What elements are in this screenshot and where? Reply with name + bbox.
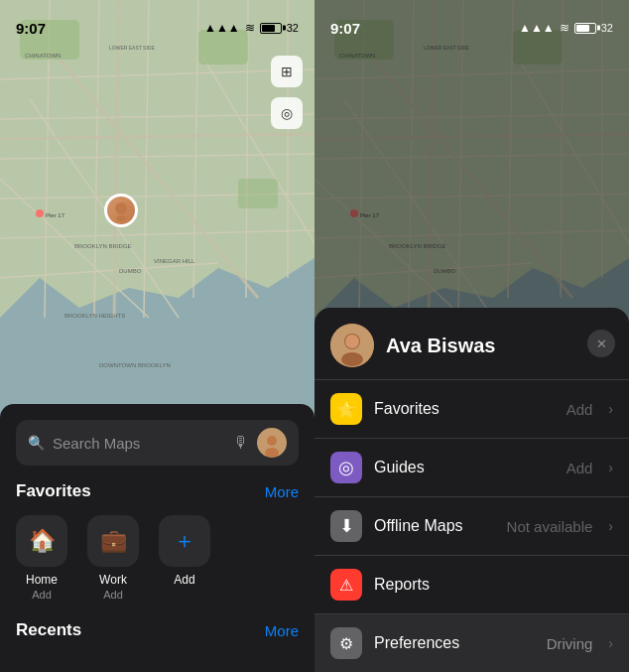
favorites-menu-label: Favorites — [374, 400, 440, 418]
guides-menu-label: Guides — [374, 459, 425, 476]
svg-text:VINEGAR HILL: VINEGAR HILL — [154, 258, 195, 264]
favorites-menu-value: Add — [566, 401, 593, 418]
svg-text:DUMBO: DUMBO — [119, 268, 142, 274]
svg-point-34 — [267, 436, 277, 446]
status-bar-left: 9:07 ▲▲▲ ≋ 32 — [0, 0, 314, 44]
layers-button[interactable]: ⊞ — [271, 56, 303, 87]
guides-menu-icon: ◎ — [330, 452, 362, 483]
home-label: Home — [26, 573, 58, 587]
status-time-right: 9:07 — [330, 20, 360, 37]
work-label: Work — [99, 573, 127, 587]
offline-maps-menu-item[interactable]: ⬇ Offline Maps Not available › — [314, 496, 629, 555]
svg-point-66 — [341, 352, 363, 366]
offline-maps-icon: ⬇ — [330, 510, 362, 542]
signal-icon-right: ▲▲▲ — [519, 21, 555, 35]
preferences-value: Driving — [547, 635, 593, 652]
user-name: Ava Biswas — [386, 335, 495, 357]
menu-list: ⭐ Favorites Add › ◎ Guides Add › ⬇ Offli… — [314, 379, 629, 672]
reports-menu-item[interactable]: ⚠ Reports — [314, 555, 629, 613]
battery-icon-left — [260, 23, 282, 34]
svg-rect-22 — [238, 179, 278, 208]
bottom-sheet-left: 🔍 Search Maps 🎙 Favorites More 🏠 Home Ad… — [0, 404, 314, 672]
recents-header: Recents More — [16, 620, 299, 640]
offline-maps-label: Offline Maps — [374, 517, 463, 535]
close-button[interactable]: ✕ — [587, 330, 615, 357]
work-sublabel: Add — [103, 589, 123, 601]
right-phone-panel: CHINATOWN LOWER EAST SIDE BROOKLYN BRIDG… — [314, 0, 629, 672]
guides-menu-item[interactable]: ◎ Guides Add › — [314, 438, 629, 496]
offline-maps-chevron: › — [608, 518, 613, 534]
map-background: CHINATOWN LOWER EAST SIDE BROOKLYN BRIDG… — [0, 0, 314, 427]
user-menu: Ava Biswas ✕ ⭐ Favorites Add › ◎ Guides … — [314, 308, 629, 672]
user-menu-header: Ava Biswas ✕ — [314, 308, 629, 379]
battery-level-right: 32 — [601, 22, 613, 34]
svg-text:BROOKLYN HEIGHTS: BROOKLYN HEIGHTS — [64, 313, 125, 319]
svg-point-32 — [115, 202, 127, 214]
add-label: Add — [174, 573, 194, 587]
user-avatar-small[interactable] — [257, 428, 287, 458]
home-sublabel: Add — [32, 589, 52, 601]
preferences-label: Preferences — [374, 634, 459, 652]
wifi-icon-left: ≋ — [245, 21, 255, 35]
compass-button[interactable]: ◎ — [271, 97, 303, 129]
guides-menu-value: Add — [566, 460, 593, 476]
add-action[interactable]: ＋ Add — [159, 515, 210, 601]
status-bar-right: 9:07 ▲▲▲ ≋ 32 — [314, 0, 629, 44]
svg-point-30 — [36, 209, 44, 217]
user-location-pin — [104, 194, 138, 227]
svg-point-33 — [116, 215, 126, 221]
reports-label: Reports — [374, 576, 430, 594]
svg-point-35 — [265, 448, 279, 458]
svg-text:BROOKLYN BRIDGE: BROOKLYN BRIDGE — [74, 243, 132, 249]
wifi-icon-right: ≋ — [560, 21, 569, 35]
svg-point-67 — [345, 335, 359, 348]
offline-maps-value: Not available — [507, 518, 593, 535]
svg-text:Pier 17: Pier 17 — [46, 212, 65, 218]
recents-title: Recents — [16, 620, 81, 640]
preferences-icon: ⚙ — [330, 627, 362, 659]
mic-icon[interactable]: 🎙 — [233, 434, 249, 452]
preferences-menu-item[interactable]: ⚙ Preferences Driving › — [314, 613, 629, 672]
work-action[interactable]: 💼 Work Add — [87, 515, 139, 601]
status-icons-left: ▲▲▲ ≋ 32 — [204, 21, 299, 35]
battery-level-left: 32 — [287, 22, 299, 34]
home-icon-btn: 🏠 — [16, 515, 67, 567]
home-action[interactable]: 🏠 Home Add — [16, 515, 67, 601]
favorites-chevron: › — [608, 401, 613, 417]
favorites-menu-item[interactable]: ⭐ Favorites Add › — [314, 379, 629, 438]
left-phone-panel: CHINATOWN LOWER EAST SIDE BROOKLYN BRIDG… — [0, 0, 314, 672]
svg-text:LOWER EAST SIDE: LOWER EAST SIDE — [109, 45, 155, 51]
recents-more[interactable]: More — [265, 622, 299, 639]
search-icon: 🔍 — [28, 435, 45, 451]
signal-icon-left: ▲▲▲ — [204, 21, 240, 35]
add-icon-btn: ＋ — [159, 515, 210, 567]
map-controls-left: ⊞ ◎ — [271, 56, 303, 129]
svg-text:CHINATOWN: CHINATOWN — [25, 53, 61, 59]
search-bar[interactable]: 🔍 Search Maps 🎙 — [16, 420, 299, 466]
svg-text:DOWNTOWN BROOKLYN: DOWNTOWN BROOKLYN — [99, 362, 171, 368]
favorites-more[interactable]: More — [265, 483, 299, 500]
favorites-title: Favorites — [16, 481, 91, 501]
quick-actions: 🏠 Home Add 💼 Work Add ＋ Add — [16, 515, 299, 601]
status-icons-right: ▲▲▲ ≋ 32 — [519, 21, 613, 35]
battery-icon-right — [574, 23, 596, 34]
user-avatar-large — [330, 324, 374, 367]
search-placeholder: Search Maps — [53, 435, 225, 452]
work-icon-btn: 💼 — [87, 515, 139, 567]
guides-chevron: › — [608, 460, 613, 475]
favorites-menu-icon: ⭐ — [330, 393, 362, 425]
preferences-chevron: › — [608, 635, 613, 651]
reports-icon: ⚠ — [330, 569, 362, 601]
favorites-header: Favorites More — [16, 481, 299, 501]
status-time-left: 9:07 — [16, 20, 46, 37]
